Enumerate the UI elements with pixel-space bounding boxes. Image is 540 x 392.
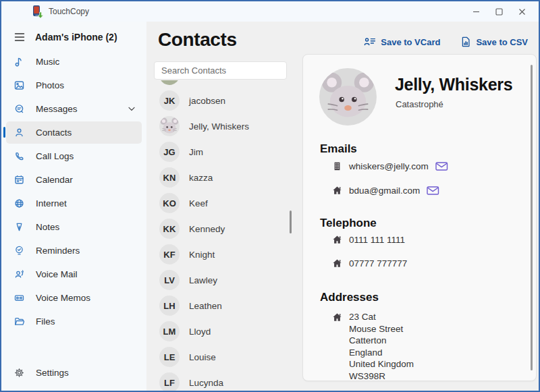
device-name[interactable]: Adam's iPhone (2) [35,32,117,43]
avatar-initials: LV [159,270,180,290]
avatar-initials: LF [159,372,180,391]
sidebar-item-reminders[interactable]: Reminders [6,240,142,262]
avatar-initials: KK [159,219,180,239]
email-value[interactable]: whiskers@jelly.com [349,161,429,171]
list-item[interactable]: JK jacobsen [154,88,297,113]
sidebar-item-calendar[interactable]: Calendar [6,169,142,191]
email-row: bdua@gmail.com [332,186,439,196]
window-title: TouchCopy [49,7,89,16]
sidebar-item-photos[interactable]: Photos [6,74,142,96]
avatar-initials: JG [159,142,180,162]
lightbulb-check-icon [14,245,25,256]
contact-name: Kennedy [189,224,225,234]
title-bar: TouchCopy [1,1,539,22]
list-item[interactable]: LH Leathen [154,293,297,318]
avatar-initials: LE [159,347,180,367]
hamburger-icon[interactable] [14,32,25,42]
maximize-icon[interactable] [487,3,510,20]
sidebar-spacer [1,333,146,361]
list-item-partially-scrolled[interactable] [154,80,297,88]
list-item[interactable]: JG Jim [154,139,297,165]
avatar-initials: JK [159,90,180,111]
contact-name: jacobsen [189,96,225,106]
list-item-selected[interactable]: Jelly, Whiskers [154,113,297,139]
contact-detail-name: Jelly, Whiskers [395,75,512,94]
folder-icon [14,316,25,327]
avatar [159,80,180,85]
home-icon [332,235,342,245]
cassette-icon [14,292,25,304]
sidebar-item-voice-mail[interactable]: Voice Mail [6,263,142,285]
contact-detail-mouse-memoji-avatar [319,68,377,125]
vcard-icon [364,36,376,47]
contact-name: Lucynda [189,378,223,388]
telephone-heading: Telephone [320,217,377,230]
person-speaking-icon [14,269,25,280]
music-icon [14,56,25,67]
sidebar-item-call-logs[interactable]: Call Logs [6,145,142,167]
messages-icon [14,103,25,115]
home-icon [332,186,342,196]
contact-name: kazza [189,173,213,183]
list-item[interactable]: KO Keef [154,190,297,216]
sidebar-item-internet[interactable]: Internet [6,192,142,215]
chevron-down-icon[interactable] [128,107,135,111]
contact-detail-subtitle: Catastrophé [396,99,443,109]
contact-name: Lawley [189,275,217,285]
emails-heading: Emails [320,142,357,156]
envelope-icon[interactable] [435,162,448,171]
sidebar-item-voice-memos[interactable]: Voice Memos [6,287,142,309]
list-item[interactable]: LV Lawley [154,267,297,293]
envelope-icon[interactable] [427,186,439,195]
mouse-memoji-avatar [159,116,180,136]
sidebar-item-notes[interactable]: Notes [6,216,142,238]
main-panel: Contacts Save to VCard Save to CSV [146,22,539,391]
calendar-icon [14,174,25,186]
photos-icon [14,80,25,91]
avatar-initials: KO [159,193,180,213]
touchcopy-app-icon [32,5,43,18]
sidebar: Adam's iPhone (2) Music Photos [1,22,146,391]
avatar-initials: KF [159,244,180,264]
home-icon [332,312,342,323]
globe-icon [14,198,25,209]
list-item[interactable]: LM Lloyd [154,318,297,344]
csv-document-icon [460,36,471,47]
contact-name: Jim [189,147,203,157]
contact-name: Keef [189,198,208,208]
detail-panel-scrollbar[interactable] [531,65,533,370]
contacts-list-scrollbar[interactable] [290,211,292,233]
sidebar-item-contacts[interactable]: Contacts [6,121,142,144]
phone-value: 07777 777777 [349,258,407,269]
close-icon[interactable] [510,3,533,20]
avatar-initials: KN [159,167,180,188]
phone-row: 0111 111 1111 [332,235,405,245]
save-to-vcard-button[interactable]: Save to VCard [364,36,440,47]
minimize-icon[interactable] [464,3,487,20]
address-row: 23 Cat Mouse Street Catterton England Un… [332,311,414,382]
contact-detail-card: Jelly, Whiskers Catastrophé Emails whisk… [302,54,537,381]
phone-value: 0111 111 1111 [349,235,405,245]
list-item[interactable]: LE Louise [154,344,297,370]
list-item[interactable]: LF Lucynda [154,370,297,391]
addresses-heading: Addresses [320,291,379,304]
save-to-csv-button[interactable]: Save to CSV [460,36,528,47]
list-item[interactable]: KF Knight [154,242,297,267]
email-value[interactable]: bdua@gmail.com [349,186,420,196]
sidebar-item-settings[interactable]: Settings [6,362,142,384]
sidebar-item-files[interactable]: Files [6,310,142,333]
contacts-icon [14,127,25,138]
home-icon [332,258,342,269]
phone-icon [14,150,25,162]
sidebar-item-music[interactable]: Music [6,51,142,73]
building-icon [332,161,342,171]
phone-row: 07777 777777 [332,258,407,269]
page-title: Contacts [158,29,237,51]
sidebar-item-messages[interactable]: Messages [6,98,142,120]
search-input[interactable] [154,61,287,80]
contact-name: Lloyd [189,327,211,337]
avatar-initials: LH [159,296,180,316]
list-item[interactable]: KN kazza [154,165,297,190]
contact-name: Jelly, Whiskers [189,121,249,132]
list-item[interactable]: KK Kennedy [154,216,297,242]
